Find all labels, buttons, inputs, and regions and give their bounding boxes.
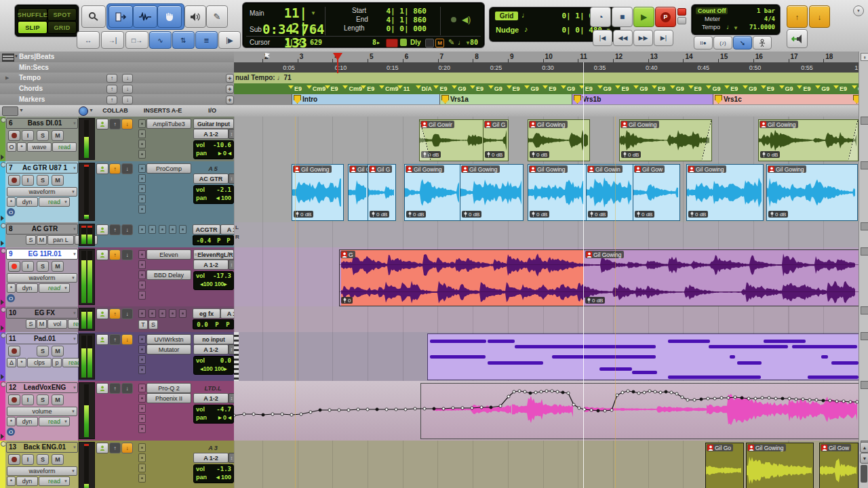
automation-breakpoint[interactable] <box>734 396 736 399</box>
midi-note[interactable] <box>488 361 543 365</box>
collab-person-icon[interactable] <box>96 334 108 345</box>
automation-breakpoint[interactable] <box>675 392 678 395</box>
automation-breakpoint[interactable] <box>376 408 378 411</box>
track-name-box[interactable]: 12LeadVoxENG▼ <box>6 382 78 393</box>
automation-breakpoint[interactable] <box>659 391 662 394</box>
chords-ruler[interactable]: E9Cm9E9Cm9E9Cm911D/AE9G9E9G9E9G9E9G9E9G9… <box>234 83 859 95</box>
collab-person-icon[interactable] <box>96 308 108 319</box>
automation-breakpoint[interactable] <box>338 409 340 411</box>
track-zoom-box[interactable] <box>861 381 868 389</box>
marker-span-vrs1b[interactable]: Vrs1b <box>572 94 713 104</box>
pan-value[interactable]: ▸ 0 ◂ <box>218 414 231 421</box>
insert-bypass-dot[interactable] <box>159 309 166 318</box>
collab-person-icon[interactable] <box>96 383 108 394</box>
track-name-menu-icon[interactable]: ▼ <box>73 166 77 170</box>
track-name-box[interactable]: 7Ac GTR U87 1▼ <box>6 163 78 174</box>
collab-download-button[interactable]: ↓ <box>121 334 133 345</box>
record-enable-button[interactable] <box>8 346 20 357</box>
audio-clip[interactable]: Gil C <box>348 164 368 221</box>
audio-clip[interactable]: Gil Gow0 dB <box>633 164 680 221</box>
clock-icon[interactable] <box>79 106 88 116</box>
playhead-marker[interactable] <box>333 53 342 60</box>
low-latency-icon[interactable] <box>425 39 434 47</box>
ruler-up-button[interactable]: ↑ <box>106 74 117 83</box>
automation-breakpoint[interactable] <box>471 407 473 409</box>
automation-breakpoint[interactable] <box>271 413 274 415</box>
marker-flag-icon[interactable] <box>574 95 581 104</box>
playlist-expand-icon[interactable] <box>1 374 4 380</box>
automation-breakpoint[interactable] <box>300 413 302 415</box>
chord-marker-icon[interactable] <box>561 85 566 89</box>
ruler-row-markers[interactable]: Markers↑↓+ <box>0 94 234 106</box>
track-name-box[interactable]: 10EG FX▼ <box>6 308 78 319</box>
midi-note[interactable] <box>632 371 657 374</box>
automation-breakpoint[interactable] <box>252 413 255 415</box>
track-lane-pad01[interactable] <box>234 332 859 382</box>
conductor-button[interactable] <box>753 36 772 49</box>
mini-io-chip[interactable]: ACGTR <box>193 224 220 235</box>
io-column-header[interactable]: I/O <box>191 107 233 114</box>
insertion-follows-button[interactable]: ≣ <box>195 31 218 49</box>
collapse-rulers-icon[interactable]: ⇟ <box>861 53 868 61</box>
ruler-row-chords[interactable]: Chords↑↓+ <box>0 83 234 95</box>
fader-icon[interactable]: ↕ <box>229 174 234 184</box>
insert-bypass-dot[interactable] <box>138 270 146 279</box>
insert-bypass-dot[interactable] <box>169 309 176 318</box>
chord-marker-icon[interactable] <box>688 85 694 89</box>
fast-forward-button[interactable]: ▶▶ <box>633 30 653 46</box>
record-button[interactable]: P <box>655 7 676 27</box>
insert-bypass-dot[interactable] <box>138 281 146 289</box>
automation-breakpoint[interactable] <box>567 392 570 394</box>
collab-upload-button[interactable]: ↑ <box>109 443 121 453</box>
timeline-rulers[interactable]: 234567891011121314151617180:050:100:150:… <box>234 52 859 105</box>
insert-slot[interactable]: ProComp <box>146 163 191 174</box>
minsecs-ruler[interactable]: 0:050:100:150:200:250:300:350:400:450:50… <box>234 62 859 73</box>
collab-person-icon[interactable] <box>96 119 108 129</box>
track-name-box[interactable]: 8AC GTR▼ <box>6 224 78 235</box>
chord-marker-icon[interactable] <box>342 85 348 89</box>
insert-bypass-dot[interactable] <box>138 195 146 203</box>
insert-slot[interactable]: AmpliTube3 <box>146 119 191 129</box>
markers-ruler[interactable]: IntroVrs1aVrs1bVrs1c <box>234 94 859 105</box>
tempo-label[interactable]: Tempo <box>702 24 720 30</box>
track-name-box[interactable]: 9EG 11R.01▼ <box>6 249 78 260</box>
track-chip-read[interactable]: read <box>52 142 77 152</box>
playlist-expand-icon[interactable] <box>1 216 4 221</box>
clip-gain-badge[interactable]: 0 dB <box>462 211 481 218</box>
chord-marker-icon[interactable] <box>288 85 294 89</box>
track-lane-acgtr[interactable]: LR <box>234 222 859 248</box>
automation-breakpoint[interactable] <box>404 408 407 411</box>
solo-button[interactable]: S <box>37 346 49 357</box>
clip-gain-badge[interactable]: 0 dB <box>370 211 389 218</box>
insert-bypass-dot[interactable] <box>138 443 146 452</box>
return-to-start-button[interactable]: |◀ <box>593 30 612 46</box>
chord-marker-icon[interactable] <box>379 85 384 89</box>
chord-marker-icon[interactable] <box>797 85 802 89</box>
meter-value[interactable]: 4/4 <box>764 16 775 22</box>
insert-slot[interactable]: Pro-Q 2 <box>146 383 191 393</box>
audio-clip[interactable]: Gil Gowing0 dB <box>619 119 712 161</box>
marker-span-vrs1a[interactable]: Vrs1a <box>439 94 572 104</box>
ruler-row-tempo[interactable]: Tempo↑↓+▶ <box>0 73 234 84</box>
mini-io-chip[interactable]: eg fx <box>193 308 220 319</box>
track-list-icon[interactable] <box>2 106 18 116</box>
automation-breakpoint[interactable] <box>707 397 709 400</box>
automation-breakpoint[interactable] <box>414 407 416 410</box>
automation-breakpoint[interactable] <box>654 390 656 393</box>
insert-bypass-dot[interactable] <box>138 345 146 354</box>
insert-bypass-dot[interactable] <box>138 414 146 423</box>
insert-bypass-dot[interactable] <box>138 225 146 234</box>
io-input-selector[interactable]: ≡ElevenRgL/R <box>193 249 234 260</box>
mode-spot-button[interactable]: SPOT <box>47 8 77 21</box>
pencil-tool-button[interactable]: ✎ <box>206 5 228 28</box>
vol-value[interactable]: 0.0 <box>220 357 231 364</box>
insert-bypass-dot[interactable] <box>138 184 146 193</box>
bars-ruler[interactable]: 23456789101112131415161718 <box>234 52 859 63</box>
insert-slot[interactable]: UVIWrkstn <box>146 334 191 344</box>
nudge-note-icon[interactable]: ♪ <box>524 25 528 33</box>
mute-button[interactable]: M <box>52 261 64 272</box>
ruler-menu-icon[interactable] <box>2 54 14 62</box>
automation-breakpoint[interactable] <box>788 397 791 400</box>
midi-note[interactable] <box>808 375 859 379</box>
meter-label[interactable]: Meter <box>705 16 720 22</box>
